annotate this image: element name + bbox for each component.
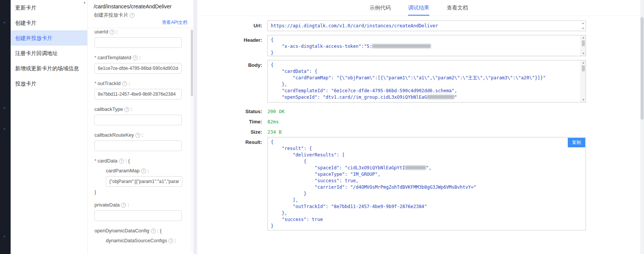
help-icon[interactable]: ?	[135, 133, 140, 138]
field-cardtemplateid: *cardTemplateId?:	[94, 55, 187, 74]
outtrackid-input[interactable]	[94, 89, 182, 99]
field-label: cardParamMap?:	[106, 168, 187, 174]
help-icon[interactable]: ?	[122, 81, 127, 86]
field-label: openDynamicDataConfig?: {	[94, 228, 187, 234]
help-icon[interactable]: ?	[119, 159, 124, 164]
callbacktype-input[interactable]	[94, 115, 182, 125]
cardparammap-input[interactable]	[106, 176, 182, 187]
rail-marker-icon[interactable]: ▸	[4, 235, 7, 238]
spinner-up-icon[interactable]: ▲	[581, 21, 585, 25]
field-dynamicdatasourceconfigs: dynamicDataSourceConfigs?:	[106, 238, 187, 244]
sidebar-item-update-card[interactable]: 更新卡片	[11, 0, 87, 15]
url-spinner[interactable]: ▲ ▼	[581, 21, 586, 31]
size-value: 234 B	[267, 129, 282, 135]
scroll-up-icon[interactable]: ▲	[581, 60, 586, 65]
open-brace: {	[160, 228, 162, 233]
url-box[interactable]: https://api.dingtalk.com/v1.0/card/insta…	[267, 21, 586, 31]
help-icon[interactable]: ?	[124, 107, 129, 112]
page-scrollbar[interactable]	[640, 0, 644, 254]
sidebar-item-register-callback[interactable]: 注册卡片回调地址	[11, 46, 87, 61]
form-scrollbar-thumb[interactable]	[191, 30, 193, 96]
help-icon[interactable]: ?	[121, 203, 126, 208]
result-row: Result: { "result": { "deliverResults": …	[197, 137, 640, 230]
field-outtrackid: *outTrackId?:	[94, 80, 187, 99]
colon: :	[131, 106, 132, 112]
scroll-down-icon[interactable]: ▼	[581, 98, 586, 102]
callbackroutekey-input[interactable]	[94, 140, 182, 151]
view-api-doc-link[interactable]: 查看API文档	[94, 19, 187, 25]
debug-content: Url: https://api.dingtalk.com/v1.0/card/…	[197, 16, 640, 230]
help-icon[interactable]: ?	[130, 13, 135, 18]
url-row: Url: https://api.dingtalk.com/v1.0/card/…	[197, 21, 640, 31]
page-scrollbar-thumb[interactable]	[641, 17, 644, 120]
redacted-text	[427, 95, 454, 99]
help-icon[interactable]: ?	[168, 238, 173, 243]
field-label: *outTrackId?:	[94, 80, 187, 87]
colon: :	[116, 29, 118, 35]
api-path: /card/instances/createAndDeliver	[94, 3, 187, 10]
size-row: Size: 234 B	[197, 127, 640, 137]
rail-marker-icon[interactable]: ▸	[4, 127, 7, 130]
form-fields: userId?: *cardTemplateId?: *outTrackId?:…	[88, 28, 193, 254]
tab-bar: 示例代码 调试结果 查看文档	[197, 0, 640, 16]
url-value: https://api.dingtalk.com/v1.0/card/insta…	[271, 22, 577, 29]
rail-marker-icon[interactable]: ▸	[4, 106, 7, 109]
api-title: 创建并投放卡片?	[94, 12, 187, 19]
header-label: Header:	[197, 35, 267, 56]
body-box[interactable]: { "cardData": { "cardParamMap": "{\"objP…	[267, 60, 586, 103]
url-label: Url:	[197, 21, 267, 31]
body-row: Body: { "cardData": { "cardParamMap": "{…	[197, 60, 640, 103]
rail-marker-icon[interactable]: ▸	[4, 21, 7, 24]
sidebar-item-create-and-deliver[interactable]: 创建并投放卡片	[11, 30, 87, 46]
scroll-down-icon[interactable]: ▼	[581, 51, 586, 56]
colon: :	[127, 202, 129, 208]
scrollbar-thumb[interactable]	[582, 65, 585, 71]
help-icon[interactable]: ?	[151, 229, 156, 233]
result-box[interactable]: { "result": { "deliverResults": [ { "spa…	[267, 137, 586, 230]
cardtemplateid-input[interactable]	[94, 63, 182, 74]
field-label: callbackRouteKey?:	[94, 132, 187, 138]
sidebar: 更新卡片 创建卡片 创建并投放卡片 注册卡片回调地址 新增或更新卡片的场域信息 …	[11, 0, 87, 254]
status-row: Status: 200 OK	[197, 106, 640, 117]
open-brace: {	[128, 158, 130, 164]
userid-input[interactable]	[94, 37, 182, 48]
help-icon[interactable]: ?	[133, 55, 138, 60]
help-icon[interactable]: ?	[110, 30, 115, 35]
status-value: 200 OK	[267, 109, 284, 114]
field-label: dynamicDataSourceConfigs?:	[106, 238, 187, 244]
copy-button[interactable]: 复制	[568, 138, 585, 147]
form-scrollbar[interactable]	[191, 30, 193, 252]
sidebar-item-create-card[interactable]: 创建卡片	[11, 15, 87, 30]
field-label: *cardData?: {	[94, 158, 187, 164]
tab-sample-code[interactable]: 示例代码	[369, 0, 391, 16]
tab-view-doc[interactable]: 查看文档	[447, 0, 468, 16]
colon: :	[139, 55, 141, 60]
field-label: callbackType?:	[94, 106, 187, 112]
scroll-up-icon[interactable]: ▲	[83, 1, 86, 4]
scroll-up-icon[interactable]: ▲	[581, 35, 586, 40]
form-header: /card/instances/createAndDeliver 创建并投放卡片…	[88, 0, 193, 28]
redacted-text	[405, 166, 426, 170]
header-code: { "x-acs-dingtalk-access-token":"5:}	[268, 35, 586, 56]
spinner-down-icon[interactable]: ▼	[581, 26, 585, 31]
colon: :	[129, 80, 130, 86]
field-cardparammap: cardParamMap?:	[106, 168, 187, 187]
field-label: *cardTemplateId?:	[94, 55, 187, 61]
privatedata-input[interactable]	[94, 210, 182, 221]
colon: :	[142, 132, 143, 138]
header-scrollbar[interactable]: ▲ ▼	[581, 35, 586, 56]
field-name: callbackRouteKey	[94, 132, 134, 138]
body-label: Body:	[197, 60, 267, 103]
body-scrollbar[interactable]: ▲ ▼	[581, 60, 586, 102]
required-star: *	[94, 80, 96, 86]
sidebar-item-deliver-card[interactable]: 投放卡片	[11, 76, 87, 91]
tab-debug-result[interactable]: 调试结果	[408, 0, 429, 16]
sidebar-item-update-space-info[interactable]: 新增或更新卡片的场域信息	[11, 61, 87, 76]
result-code: { "result": { "deliverResults": [ { "spa…	[268, 137, 586, 230]
help-icon[interactable]: ?	[141, 169, 146, 174]
field-name: userId	[94, 29, 108, 35]
redacted-text	[372, 44, 431, 48]
scrollbar-thumb[interactable]	[582, 40, 585, 46]
required-star: *	[94, 158, 96, 164]
header-box[interactable]: { "x-acs-dingtalk-access-token":"5:} ▲ ▼	[267, 35, 586, 56]
